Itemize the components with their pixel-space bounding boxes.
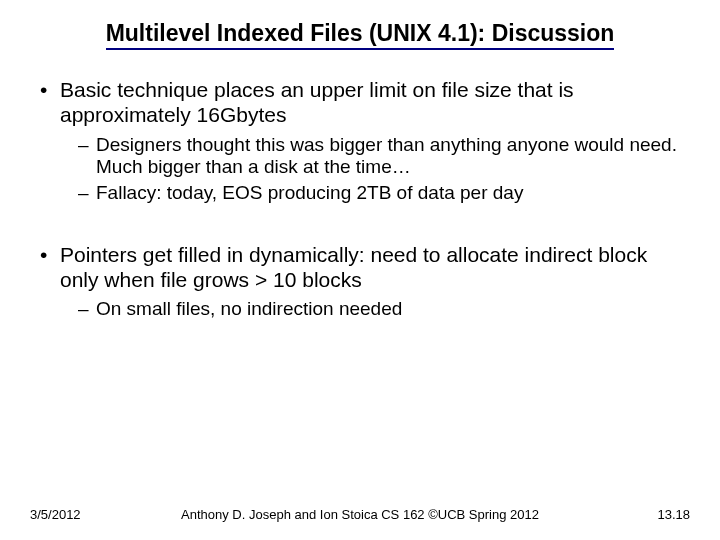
bullet-text: Fallacy: today, EOS producing 2TB of dat… [96,182,523,203]
bullet-level2: Fallacy: today, EOS producing 2TB of dat… [40,182,680,204]
bullet-level1: Pointers get filled in dynamically: need… [40,243,680,293]
bullet-text: Pointers get filled in dynamically: need… [60,243,647,291]
slide: Multilevel Indexed Files (UNIX 4.1): Dis… [0,0,720,540]
footer-center: Anthony D. Joseph and Ion Stoica CS 162 … [0,507,720,522]
footer-page-number: 13.18 [657,507,690,522]
footer: 3/5/2012 Anthony D. Joseph and Ion Stoic… [0,502,720,522]
slide-title-text: Multilevel Indexed Files (UNIX 4.1): Dis… [106,20,615,50]
bullet-level2: Designers thought this was bigger than a… [40,134,680,179]
bullet-level2: On small files, no indirection needed [40,298,680,320]
bullet-text: Designers thought this was bigger than a… [96,134,677,177]
bullet-text: On small files, no indirection needed [96,298,402,319]
spacer [40,209,680,243]
slide-title: Multilevel Indexed Files (UNIX 4.1): Dis… [0,20,720,47]
bullet-text: Basic technique places an upper limit on… [60,78,574,126]
slide-body: Basic technique places an upper limit on… [40,78,680,325]
bullet-level1: Basic technique places an upper limit on… [40,78,680,128]
